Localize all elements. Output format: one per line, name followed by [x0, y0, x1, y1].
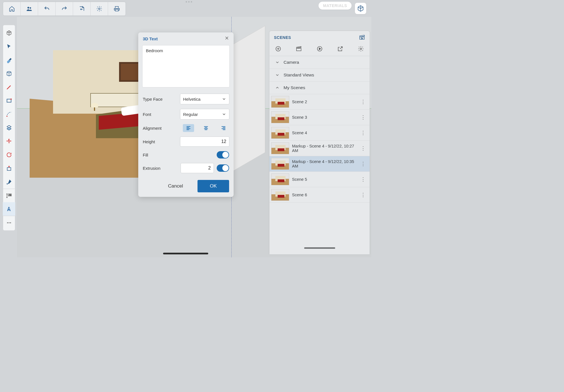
- share-button[interactable]: [337, 45, 344, 52]
- fill-label: Fill: [143, 153, 177, 157]
- svg-point-10: [8, 222, 9, 223]
- svg-point-4: [10, 98, 12, 100]
- svg-point-0: [27, 7, 29, 8]
- home-button[interactable]: [3, 2, 21, 16]
- section-camera[interactable]: Camera: [269, 56, 370, 69]
- close-button[interactable]: [225, 36, 229, 42]
- ok-button[interactable]: OK: [197, 180, 229, 192]
- top-toolbar: [3, 2, 126, 16]
- scene-label: Markup - Scene 4 - 9/12/22, 10:35 AM: [292, 159, 357, 168]
- scene-more-button[interactable]: ⋮: [359, 192, 367, 198]
- scene-label: Scene 5: [292, 177, 357, 182]
- panel-resize-handle[interactable]: [304, 247, 335, 249]
- height-label: Height: [143, 139, 177, 144]
- chevron-down-icon: [275, 73, 280, 77]
- cancel-button[interactable]: Cancel: [159, 180, 192, 192]
- section-my-scenes-label: My Scenes: [284, 85, 305, 90]
- add-scene-button[interactable]: [275, 45, 282, 52]
- svg-point-1: [30, 7, 31, 8]
- scene-label: Scene 3: [292, 115, 357, 120]
- pushpull-tool[interactable]: [3, 162, 15, 175]
- offset-tool[interactable]: [3, 121, 15, 135]
- scene-label: Scene 6: [292, 193, 357, 197]
- select-tool[interactable]: [3, 40, 15, 53]
- 3d-text-dialog: 3D Text Type Face Helvetica Font Regular…: [138, 32, 234, 197]
- section-camera-label: Camera: [284, 60, 299, 65]
- text-input[interactable]: [142, 45, 230, 87]
- typeface-select[interactable]: Helvetica: [180, 94, 229, 104]
- eraser-tool[interactable]: [3, 53, 15, 67]
- scenes-toolbar: [269, 43, 370, 56]
- scene-row[interactable]: Scene 4 ⋮: [269, 125, 370, 141]
- arc-tool[interactable]: [3, 107, 15, 121]
- home-indicator: [163, 253, 208, 254]
- dimension-tool[interactable]: A1: [3, 189, 15, 202]
- scene-more-button[interactable]: ⋮: [359, 176, 367, 182]
- scene-thumbnail: [271, 142, 289, 154]
- animation-button[interactable]: [295, 45, 302, 52]
- pencil-tool[interactable]: [3, 80, 15, 94]
- chevron-up-icon: [275, 85, 280, 90]
- materials-chip[interactable]: MATERIALS: [319, 2, 352, 10]
- scene-row[interactable]: Scene 6 ⋮: [269, 187, 370, 203]
- import-button[interactable]: [73, 2, 91, 16]
- scenes-panel: SCENES Camera Standard Views My Scenes S…: [269, 31, 370, 254]
- move-tool[interactable]: [3, 135, 15, 148]
- views-tool[interactable]: [3, 67, 15, 80]
- svg-rect-6: [7, 168, 11, 170]
- extrusion-input[interactable]: [181, 163, 214, 173]
- print-button[interactable]: [108, 2, 126, 16]
- 3dtext-tool[interactable]: [3, 202, 15, 216]
- more-tools[interactable]: [3, 216, 15, 229]
- rectangle-tool[interactable]: [3, 94, 15, 107]
- scene-thumbnail: [271, 111, 289, 123]
- svg-point-11: [10, 222, 11, 223]
- redo-button[interactable]: [56, 2, 73, 16]
- scene-row[interactable]: Scene 2 ⋮: [269, 94, 370, 110]
- font-select[interactable]: Regular: [180, 109, 229, 120]
- scenes-title: SCENES: [274, 35, 291, 40]
- scene-more-button[interactable]: ⋮: [359, 99, 367, 105]
- scene-thumbnail: [271, 127, 289, 139]
- svg-text:A1: A1: [9, 194, 11, 196]
- scene-more-button[interactable]: ⋮: [359, 161, 367, 167]
- scenes-clapper-icon[interactable]: [359, 34, 365, 41]
- play-button[interactable]: [316, 45, 323, 52]
- svg-point-14: [360, 48, 362, 50]
- svg-point-5: [6, 116, 8, 117]
- people-button[interactable]: [21, 2, 38, 16]
- scene-more-button[interactable]: ⋮: [359, 114, 367, 120]
- svg-point-9: [7, 222, 8, 223]
- scene-more-button[interactable]: ⋮: [359, 130, 367, 136]
- rotate-tool[interactable]: [3, 148, 15, 162]
- scene-row[interactable]: Markup - Scene 4 - 9/12/22, 10:27 AM ⋮: [269, 141, 370, 156]
- extrusion-toggle[interactable]: [217, 164, 229, 172]
- settings-button[interactable]: [91, 2, 108, 16]
- chevron-down-icon: [275, 60, 280, 65]
- align-left-button[interactable]: [183, 124, 194, 132]
- scenes-settings-button[interactable]: [357, 45, 365, 52]
- section-my-scenes[interactable]: My Scenes: [269, 82, 370, 94]
- dialog-title: 3D Text: [143, 36, 158, 41]
- paint-tool[interactable]: [3, 175, 15, 189]
- align-center-button[interactable]: [200, 124, 212, 132]
- typeface-label: Type Face: [143, 97, 177, 102]
- scene-row[interactable]: Scene 3 ⋮: [269, 110, 370, 125]
- scene-thumbnail: [271, 158, 289, 170]
- scene-row[interactable]: Scene 5 ⋮: [269, 172, 370, 187]
- scene-row[interactable]: Markup - Scene 4 - 9/12/22, 10:35 AM ⋮: [269, 156, 370, 172]
- scene-thumbnail: [271, 96, 289, 108]
- fill-toggle[interactable]: [217, 151, 229, 158]
- orbit-tool[interactable]: [3, 26, 15, 40]
- height-input[interactable]: [180, 136, 229, 147]
- undo-button[interactable]: [38, 2, 56, 16]
- window-drag-handle[interactable]: [186, 1, 192, 3]
- alignment-label: Alignment: [143, 126, 177, 131]
- scene-label: Scene 4: [292, 131, 357, 135]
- chevron-down-icon: [222, 97, 226, 101]
- section-standard-views-label: Standard Views: [284, 72, 314, 78]
- section-standard-views[interactable]: Standard Views: [269, 69, 370, 82]
- align-right-button[interactable]: [218, 124, 229, 132]
- view-cube-button[interactable]: [355, 3, 366, 14]
- scene-more-button[interactable]: ⋮: [359, 145, 367, 151]
